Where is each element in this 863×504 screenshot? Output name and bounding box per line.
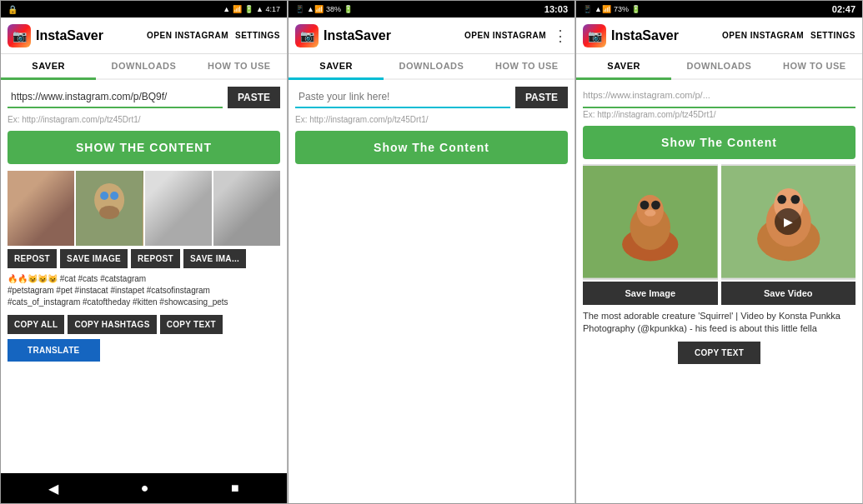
tab-saver-3[interactable]: SAVER [576,54,671,80]
copy-all-btn[interactable]: COPY ALL [8,315,64,334]
show-content-btn-2[interactable]: Show the content [295,131,568,164]
back-nav-icon[interactable]: ◀ [48,481,58,497]
action-row-1: REPOST SAVE IMAGE REPOST SAVE IMA... [8,249,280,268]
copy-text-btn-1[interactable]: COPY TEXT [160,315,223,334]
content-area-2: Paste Ex: http://instagram.com/p/tz45Drt… [289,80,574,503]
battery-icon: 🔋 [244,5,253,13]
paste-btn-1[interactable]: PASTE [228,87,280,108]
url-row-2: Paste [295,87,568,108]
phone-2: 📱 ▲📶 38% 🔋 13:03 📷 InstaSaver OPEN INSTA… [288,0,575,504]
recent-nav-icon[interactable]: ■ [231,481,239,496]
battery-pct-3: 73% [614,5,629,13]
open-instagram-btn-1[interactable]: OPEN INSTAGRAM [147,31,228,40]
squirrel-image-1 [583,164,718,280]
content-area-3: https://www.instagram.com/p/... Ex: http… [576,80,862,503]
url-input-2[interactable] [295,87,510,108]
tab-saver-2[interactable]: SAVER [289,54,384,80]
time-2: 13:03 [544,4,568,14]
svg-point-3 [110,192,118,200]
description-3: The most adorable creature 'Squirrel' | … [583,310,855,336]
status-lock-icon: 🔒 [8,5,18,14]
save-image-btn-1[interactable]: SAVE IMAGE [60,249,128,268]
save-video-btn-3[interactable]: Save Video [721,282,856,305]
paste-btn-2[interactable]: Paste [515,87,568,108]
signal-icon: ▲ [223,5,230,13]
image-thumb-3 [145,171,212,246]
hashtags-1: 🔥🔥😺😺😺 #cat #cats #catstagram #petstagram… [8,273,280,308]
app-logo-2: 📷 [295,24,319,47]
tab-howtouse-3[interactable]: HOW TO USE [767,54,862,80]
tab-downloads-2[interactable]: DOWNLOADS [384,54,479,80]
show-content-btn-1[interactable]: SHOW THE CONTENT [8,131,280,164]
tab-bar-1: SAVER DOWNLOADS HOW TO USE [1,54,287,80]
battery-pct: 38% [326,5,341,13]
app-header-1: 📷 InstaSaver OPEN INSTAGRAM SETTINGS [1,17,287,54]
tab-howtouse-2[interactable]: HOW TO USE [479,54,574,80]
url-input-1[interactable] [8,87,223,108]
svg-point-17 [790,195,800,204]
example-text-3: Ex: http://instagram.com/p/tz45Drt1/ [583,110,855,119]
phone-3: 📱 ▲📶 73% 🔋 02:47 📷 InstaSaver OPEN INSTA… [575,0,863,504]
wifi-icon-2: ▲📶 [307,5,324,13]
tab-bar-2: SAVER DOWNLOADS HOW TO USE [289,54,574,80]
tab-saver-1[interactable]: SAVER [1,54,96,80]
copy-text-btn-3[interactable]: Copy Text [678,342,760,364]
app-title-2: InstaSaver [324,28,464,43]
open-instagram-btn-2[interactable]: OPEN INSTAGRAM [464,31,546,40]
settings-btn-1[interactable]: SETTINGS [235,31,280,40]
svg-point-9 [640,201,650,210]
image-col-1: Save Image [583,164,718,305]
status-bar-3: 📱 ▲📶 73% 🔋 02:47 [576,1,862,17]
repost-btn-2[interactable]: REPOST [131,249,180,268]
tab-downloads-1[interactable]: DOWNLOADS [96,54,191,80]
content-area-1: PASTE Ex: http://instagram.com/p/tz45Drt… [1,80,287,473]
url-row-1: PASTE [8,87,280,108]
save-image-btn-2[interactable]: SAVE IMA... [183,249,246,268]
app-title-1: InstaSaver [36,28,147,43]
settings-btn-3[interactable]: SETTINGS [810,31,855,40]
wifi-icon-3: ▲📶 [595,5,611,13]
phone-icon: 📱 [295,5,304,13]
status-bar-1: 🔒 ▲ 📶 🔋 ▲ 4:17 [1,1,287,17]
tab-howtouse-1[interactable]: HOW TO USE [192,54,287,80]
app-header-3: 📷 InstaSaver OPEN INSTAGRAM SETTINGS [576,17,862,54]
app-title-3: InstaSaver [611,28,722,43]
battery-icon-3: 🔋 [631,5,640,13]
image-thumb-4 [213,171,280,246]
open-instagram-btn-3[interactable]: OPEN INSTAGRAM [722,31,804,40]
tab-bar-3: SAVER DOWNLOADS HOW TO USE [576,54,862,80]
image-col-2: ▶ Save Video [721,164,856,305]
show-content-btn-3[interactable]: Show the content [583,126,855,159]
wifi-icon: 📶 [233,5,242,13]
header-dots-2[interactable]: ⋮ [553,28,568,43]
svg-point-16 [777,195,786,204]
time-display: ▲ 4:17 [256,5,280,13]
status-bar-2: 📱 ▲📶 38% 🔋 13:03 [289,1,574,17]
image-thumb-1 [8,171,74,246]
tab-downloads-3[interactable]: DOWNLOADS [671,54,766,80]
play-button-overlay[interactable]: ▶ [775,208,801,235]
example-text-1: Ex: http://instagram.com/p/tz45Drt1/ [8,115,280,124]
home-nav-icon[interactable]: ● [141,481,149,496]
copy-hashtags-btn[interactable]: COPY HASHTAGS [68,315,156,334]
image-grid-3: Save Image ▶ Save Video [583,164,855,305]
translate-btn[interactable]: TRANSLATE [8,339,100,362]
partial-url-3: https://www.instagram.com/p/... [583,90,710,100]
image-grid-1 [8,171,280,246]
squirrel-image-2: ▶ [721,164,856,280]
app-header-2: 📷 InstaSaver OPEN INSTAGRAM ⋮ [289,17,574,54]
repost-btn-1[interactable]: REPOST [8,249,57,268]
app-logo-3: 📷 [583,24,606,47]
bottom-actions-1: COPY ALL COPY HASHTAGS COPY TEXT [8,315,280,334]
svg-point-11 [645,209,655,216]
svg-point-10 [651,201,660,210]
battery-icon-2: 🔋 [344,5,353,13]
svg-point-4 [99,206,119,219]
app-logo-1: 📷 [8,24,31,47]
svg-point-2 [100,192,108,200]
time-3: 02:47 [832,4,855,14]
save-image-btn-3[interactable]: Save Image [583,282,718,305]
example-text-2: Ex: http://instagram.com/p/tz45Drt1/ [295,115,568,124]
phone-1: 🔒 ▲ 📶 🔋 ▲ 4:17 📷 InstaSaver OPEN INSTAGR… [0,0,288,504]
image-thumb-2 [76,171,143,246]
